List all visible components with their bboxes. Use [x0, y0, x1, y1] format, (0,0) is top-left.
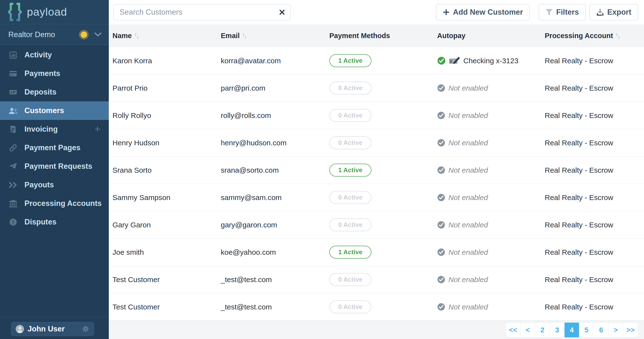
payment-methods-cell: 0 Active [329, 218, 437, 231]
gear-icon[interactable] [82, 325, 90, 333]
customer-name-cell: Test Customer [109, 276, 221, 284]
sort-arrows-icon[interactable]: ↑↓ [134, 32, 139, 39]
table-row[interactable]: Joe smithkoe@yahoo.com1 ActiveNot enable… [109, 239, 644, 266]
autopay-disabled-check-icon [437, 139, 445, 147]
svg-text:$: $ [10, 91, 12, 94]
pagination-page-2[interactable]: 2 [535, 323, 550, 337]
customer-email: _test@test.com [221, 276, 272, 284]
account-name: Realtor Demo [8, 30, 81, 39]
filters-button[interactable]: Filters [538, 4, 586, 20]
autopay-cell: Not enabled [437, 139, 545, 147]
sidebar-item-customers[interactable]: Customers [0, 101, 109, 120]
customer-name-cell: Henry Hudson [109, 139, 221, 147]
table-row[interactable]: Henry Hudsonhenry@hudson.com0 ActiveNot … [109, 129, 644, 157]
customer-email: sammy@sam.com [221, 193, 282, 202]
user-menu-button[interactable]: John User [11, 322, 94, 336]
pagination-page-6[interactable]: 6 [594, 323, 608, 337]
sidebar-item-label: Processing Accounts [24, 199, 102, 208]
paper-plane-icon [7, 162, 18, 170]
export-button[interactable]: Export [590, 4, 638, 20]
sidebar-item-payouts[interactable]: Payouts [0, 176, 109, 194]
clear-search-icon[interactable] [279, 9, 285, 16]
column-label: Autopay [437, 32, 466, 40]
sidebar-item-deposits[interactable]: $Deposits [0, 83, 109, 101]
payment-methods-cell: 1 Active [329, 164, 437, 177]
processing-account: Real Realty - Escrow [545, 166, 613, 174]
table-row[interactable]: Test Customer_test@test.com0 ActiveNot e… [109, 266, 644, 293]
table-row[interactable]: Test Customer_test@test.com0 ActiveNot e… [109, 293, 644, 321]
customer-name: Parrot Prio [112, 84, 148, 92]
users-icon [7, 107, 18, 115]
account-status-dot [81, 31, 87, 38]
sidebar-item-label: Deposits [24, 88, 56, 96]
sort-arrows-icon[interactable]: ↑↓ [616, 32, 620, 39]
processing-account: Real Realty - Escrow [545, 276, 613, 284]
customer-name-cell: Joe smith [109, 248, 221, 257]
sidebar-item-label: Payment Pages [24, 143, 80, 152]
autopay-cell: Not enabled [437, 303, 545, 311]
payment-methods-cell: 0 Active [329, 82, 437, 94]
processing-account: Real Realty - Escrow [545, 221, 613, 229]
pagination-first-page[interactable]: << [506, 323, 520, 337]
customer-email-cell: korra@avatar.com [221, 57, 329, 65]
sidebar-item-payment-requests[interactable]: Payment Requests [0, 157, 109, 176]
customer-name: Srana Sorto [112, 166, 152, 174]
add-new-customer-button[interactable]: Add New Customer [436, 4, 530, 20]
customer-email: _test@test.com [221, 303, 272, 311]
pagination-page-5[interactable]: 5 [579, 323, 594, 337]
table-row[interactable]: Parrot Prioparr@pri.com0 ActiveNot enabl… [109, 74, 644, 102]
table-row[interactable]: Sammy Sampsonsammy@sam.com0 ActiveNot en… [109, 184, 644, 211]
sidebar-item-label: Payments [24, 69, 60, 78]
autopay-status: Not enabled [448, 111, 488, 120]
bar-chart-icon [7, 51, 18, 59]
sidebar-item-payments[interactable]: Payments [0, 64, 109, 83]
autopay-disabled-check-icon [437, 193, 445, 202]
payment-methods-badge: 1 Active [329, 246, 372, 259]
sidebar-item-label: Payment Requests [24, 162, 92, 171]
autopay-method: Checking x-3123 [463, 57, 518, 65]
customer-email: parr@pri.com [221, 84, 265, 92]
sidebar-item-label: Activity [24, 50, 52, 59]
sort-arrows-icon[interactable]: ↑↓ [242, 32, 247, 39]
search-input[interactable] [113, 4, 291, 20]
sidebar-item-invoicing[interactable]: Invoicing+ [0, 120, 109, 138]
payment-methods-cell: 0 Active [329, 109, 437, 122]
customer-email-cell: _test@test.com [221, 276, 329, 284]
customer-name-cell: Test Customer [109, 303, 221, 311]
payment-methods-cell: 0 Active [329, 301, 437, 313]
table-header: Name↑↓Email↑↓Payment MethodsAutopayProce… [109, 24, 644, 47]
payment-methods-badge: 1 Active [329, 164, 372, 177]
payment-methods-badge: 0 Active [329, 109, 372, 122]
payment-methods-badge: 0 Active [329, 301, 372, 313]
brand-wordmark: payload [27, 5, 67, 18]
account-switcher[interactable]: Realtor Demo [0, 24, 109, 45]
pagination-last-page[interactable]: >> [623, 323, 638, 337]
table-row[interactable]: Rolly Rollyorolly@rolls.com0 ActiveNot e… [109, 102, 644, 129]
pagination-page-4[interactable]: 4 [564, 323, 579, 337]
sidebar-item-label: Invoicing [24, 125, 58, 134]
autopay-disabled-check-icon [437, 303, 445, 311]
column-header-payment-methods: Payment Methods [329, 32, 437, 40]
customer-name-cell: Karon Korra [109, 57, 221, 65]
invoicing-add-plus[interactable]: + [94, 124, 100, 134]
autopay-status: Not enabled [448, 276, 488, 284]
sidebar-item-disputes[interactable]: Disputes [0, 213, 109, 231]
sidebar-item-label: Disputes [24, 218, 56, 226]
customer-email: korra@avatar.com [221, 57, 281, 65]
payment-methods-badge: 0 Active [329, 136, 372, 149]
autopay-disabled-check-icon [437, 111, 445, 119]
table-row[interactable]: Srana Sortosrana@sorto.com1 ActiveNot en… [109, 157, 644, 184]
autopay-cell: Not enabled [437, 111, 545, 120]
autopay-disabled-check-icon [437, 84, 445, 92]
sidebar-item-activity[interactable]: Activity [0, 46, 109, 64]
customer-email-cell: henry@hudson.com [221, 139, 329, 147]
table-row[interactable]: Gary Garongary@garon.com0 ActiveNot enab… [109, 211, 644, 239]
sidebar-item-payment-pages[interactable]: Payment Pages [0, 138, 109, 157]
table-row[interactable]: Karon Korrakorra@avatar.com1 Active$Chec… [109, 47, 644, 74]
customer-email: rolly@rolls.com [221, 111, 271, 119]
pagination-prev-page[interactable]: < [520, 323, 535, 337]
sidebar-item-processing-accounts[interactable]: Processing Accounts [0, 194, 109, 213]
pagination-page-3[interactable]: 3 [550, 323, 564, 337]
money-check-icon: $ [7, 88, 18, 96]
pagination-next-page[interactable]: > [608, 323, 623, 337]
